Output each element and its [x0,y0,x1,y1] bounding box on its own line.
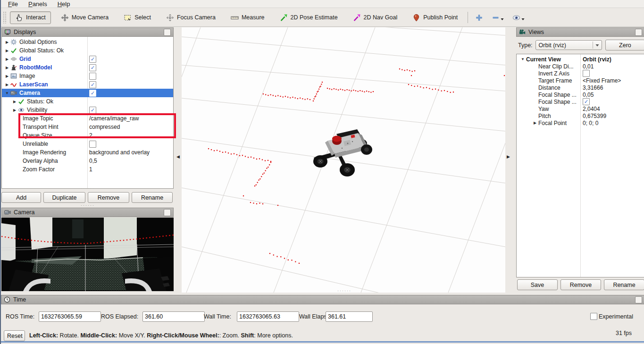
views-panel-titlebar[interactable]: Views [516,27,644,37]
unreliable-checkbox[interactable] [89,141,96,148]
triangle-right-icon[interactable]: ▶ [4,66,10,70]
tool-publish-point[interactable]: Publish Point [407,11,463,24]
invert-z-axis-checkbox[interactable] [583,70,590,77]
move-camera-icon [61,14,69,22]
tool-interact[interactable]: Interact [10,11,51,24]
visibility-checkbox[interactable]: ✓ [89,107,96,114]
nav-goal-icon [353,14,361,22]
views-rename-button[interactable]: Rename [604,279,644,290]
displays-row-unreliable[interactable]: Unreliable [2,140,173,148]
tool-focus-camera[interactable]: Focus Camera [161,11,221,24]
displays-row-global-options[interactable]: ▶Global Options [2,38,173,46]
tool-measure[interactable]: Measure [226,11,270,24]
clock-icon [4,296,10,303]
menu-help[interactable]: Help [53,0,75,8]
row-label: Near Clip Di... [538,63,574,70]
camera-checkbox[interactable]: ✓ [89,90,96,97]
time-float-button[interactable] [635,296,642,303]
triangle-right-icon[interactable]: ▶ [532,121,538,125]
wall-elapsed-input[interactable] [326,311,373,322]
time-panel-titlebar[interactable]: Time [1,295,644,304]
displays-row-camera[interactable]: ▼Camera✓ [2,89,173,97]
displays-row-grid[interactable]: ▶Grid✓ [2,55,173,63]
row-label: Focal Point [538,120,567,126]
displays-row-laserscan[interactable]: ▶LaserScan✓ [2,80,173,89]
viewctl-zoom-out-icon[interactable] [489,12,506,23]
collapse-left-panel-icon[interactable]: ◀ [176,153,181,160]
triangle-down-icon[interactable]: ▼ [519,57,526,61]
ros-time-input[interactable] [39,311,101,322]
tool-move-camera[interactable]: Move Camera [56,11,114,24]
displays-row-image[interactable]: ▶Image [2,72,173,80]
displays-row-image-rendering[interactable]: Image Renderingbackground and overlay [2,148,173,157]
splitter-handle[interactable]: ······ [81,186,95,191]
tool-label: Select [134,14,151,21]
displays-row-robotmodel[interactable]: ▶RobotModel✓ [2,63,173,72]
splitter-handle[interactable]: ······ [81,203,95,208]
grid-checkbox[interactable]: ✓ [89,56,96,63]
triangle-right-icon[interactable]: ▶ [4,83,10,87]
zero-button[interactable]: Zero [605,40,644,50]
camera-icon [4,209,11,216]
displays-float-button[interactable] [164,29,171,36]
displays-row-zoom-factor[interactable]: Zoom Factor1 [2,165,173,174]
displays-duplicate-button[interactable]: Duplicate [43,192,85,203]
ros-elapsed-input[interactable] [142,311,205,322]
views-row-target-frame[interactable]: Target Frame<Fixed Frame> [517,77,644,84]
views-row-focal-shape[interactable]: Focal Shape ...✓ [517,98,644,105]
displays-row-overlay-alpha[interactable]: Overlay Alpha0,5 [2,157,173,165]
views-row-near-clip-di[interactable]: Near Clip Di...0,01 [517,63,644,70]
menu-panels[interactable]: Panels [24,0,51,8]
triangle-down-icon[interactable]: ▼ [4,91,10,95]
focal-shape-checkbox[interactable]: ✓ [583,98,590,105]
views-row-focal-shape[interactable]: Focal Shape ...0,05 [517,91,644,98]
views-row-yaw[interactable]: Yaw2,0404 [517,105,644,112]
row-value: background and overlay [89,149,150,156]
triangle-right-icon[interactable]: ▶ [11,100,18,104]
row-label: Global Options [19,39,57,45]
viewctl-eye-icon[interactable] [510,12,527,23]
robotmodel-checkbox[interactable]: ✓ [89,64,96,71]
3d-viewport[interactable]: ······ [182,27,505,293]
triangle-right-icon[interactable]: ▶ [4,57,10,61]
reset-button[interactable]: Reset [4,330,25,341]
splitter-handle[interactable]: ······ [337,288,351,293]
triangle-right-icon[interactable]: ▶ [4,74,10,78]
displays-rename-button[interactable]: Rename [132,192,173,203]
caret-down-icon [501,18,504,21]
view-type-label: Type: [516,42,533,49]
displays-panel-titlebar[interactable]: Displays [1,27,174,37]
triangle-right-icon[interactable]: ▶ [4,49,10,53]
tool-2d-nav-goal[interactable]: 2D Nav Goal [348,11,403,24]
displays-row-global-status-ok[interactable]: ▶Global Status: Ok [2,46,173,55]
toolbar-grip[interactable] [3,11,6,24]
displays-remove-button[interactable]: Remove [88,192,129,203]
tool-2d-pose-estimate[interactable]: 2D Pose Estimate [275,11,343,24]
camera-float-button[interactable] [164,209,171,216]
viewctl-zoom-in-icon[interactable] [473,12,485,23]
annotation-highlight-box [18,113,176,138]
triangle-right-icon[interactable]: ▶ [11,108,18,112]
collapse-right-panel-icon[interactable]: ▶ [507,153,511,160]
views-row-pitch[interactable]: Pitch0,675399 [517,112,644,119]
image-checkbox[interactable] [89,73,96,80]
view-type-select[interactable]: Orbit (rviz) [535,40,602,50]
camera-panel-titlebar[interactable]: Camera [1,208,174,217]
laserscan-checkbox[interactable]: ✓ [89,81,96,88]
wall-time-input[interactable] [237,311,299,322]
publish-point-icon [412,14,420,22]
views-float-button[interactable] [635,29,642,36]
triangle-right-icon[interactable]: ▶ [4,40,10,44]
experimental-checkbox[interactable] [590,313,597,320]
displays-add-button[interactable]: Add [1,192,41,203]
views-row-focal-point[interactable]: ▶Focal Point0; 0; 0 [517,119,644,126]
views-row-distance[interactable]: Distance3,31666 [517,84,644,91]
menu-file[interactable]: File [4,0,22,8]
row-label: Yaw [538,106,549,112]
views-remove-button[interactable]: Remove [560,279,601,290]
views-save-button[interactable]: Save [517,279,558,290]
views-row-current-view[interactable]: ▼Current ViewOrbit (rviz) [517,56,644,63]
tool-select[interactable]: Select [118,11,156,24]
views-row-invert-z-axis[interactable]: Invert Z Axis [517,70,644,77]
displays-row-status-ok[interactable]: ▶Status: Ok [2,97,173,106]
